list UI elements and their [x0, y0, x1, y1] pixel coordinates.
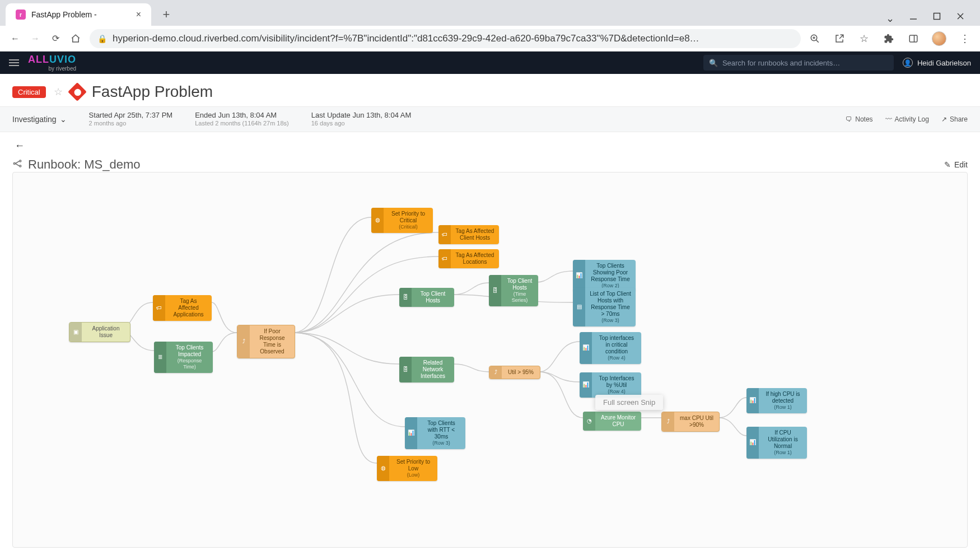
node-if-poor-response[interactable]: ⤴ If Poor Response Time is Observed [237, 325, 295, 358]
svg-point-3 [13, 163, 15, 165]
svg-point-4 [20, 160, 21, 162]
address-bar[interactable]: 🔒 hyperion-demo.cloud.riverbed.com/visib… [90, 29, 801, 48]
updated-block: Last Update Jun 13th, 8:04 AM 16 days ag… [311, 111, 412, 128]
table-icon: ▤ [573, 288, 585, 326]
node-util-gt-95[interactable]: ⤴ Util > 95% [489, 366, 540, 379]
tab-favicon: r [16, 10, 26, 20]
chart-icon: 📊 [405, 417, 417, 449]
activity-log-button[interactable]: 〰Activity Log [885, 115, 929, 123]
chevron-down-icon: ⌄ [60, 115, 67, 124]
node-tag-affected-hosts[interactable]: 🏷 Tag As Affected Client Hosts [438, 225, 499, 244]
user-menu[interactable]: 👤 Heidi Gabrielson [903, 58, 971, 68]
new-tab-button[interactable]: + [157, 5, 176, 24]
incident-header: Critical ☆ ⬤ FastApp Problem [0, 74, 980, 106]
nav-reload-icon[interactable]: ⟳ [49, 32, 62, 45]
favorite-star-icon[interactable]: ☆ [54, 86, 63, 98]
browser-tab-strip: r FastApp Problem - × + ⌄ [0, 0, 980, 26]
chart-icon: 📊 [746, 427, 759, 459]
chart-icon: 📊 [580, 332, 592, 364]
lock-icon: 🔒 [97, 34, 107, 43]
tabs-caret-icon[interactable]: ⌄ [886, 12, 894, 20]
nav-forward-icon: → [29, 32, 41, 45]
bookmark-icon[interactable]: ☆ [858, 32, 870, 45]
zoom-icon[interactable] [809, 32, 821, 45]
share-button[interactable]: ↗Share [941, 115, 968, 123]
pencil-icon: ✎ [944, 160, 951, 169]
tag-icon: 🏷 [438, 249, 451, 268]
app-topbar: ALLUVIO by riverbed 🔍 Search for runbook… [0, 52, 980, 74]
azure-icon: ◔ [583, 412, 595, 431]
window-controls: ⌄ [876, 12, 974, 26]
priority-icon: ◍ [371, 208, 384, 233]
node-if-cpu-normal[interactable]: 📊 If CPU Utilization is Normal(Row 1) [746, 427, 807, 459]
nav-home-icon[interactable] [69, 32, 82, 45]
svg-rect-2 [909, 35, 917, 42]
browser-toolbar: ← → ⟳ 🔒 hyperion-demo.cloud.riverbed.com… [0, 26, 980, 52]
priority-icon: ◍ [377, 456, 389, 481]
node-top-clients-poor-rt[interactable]: 📊 Top Clients Showing Poor Response Time… [573, 260, 636, 292]
start-icon: ▣ [69, 323, 82, 342]
user-icon: 👤 [903, 58, 913, 68]
window-close-icon[interactable] [956, 12, 964, 20]
svg-point-5 [20, 165, 21, 167]
node-top-clients-impacted[interactable]: ≣ Top Clients Impacted(Response Time) [154, 342, 213, 373]
browser-tab[interactable]: r FastApp Problem - × [6, 3, 151, 26]
svg-rect-0 [934, 13, 940, 20]
menu-icon[interactable] [9, 59, 19, 66]
node-max-cpu-gt-90[interactable]: ⤴ max CPU Util >90% [661, 412, 720, 432]
node-tag-affected-locations[interactable]: 🏷 Tag As Affected Locations [438, 249, 499, 268]
chart-icon: 📊 [580, 372, 592, 398]
node-tag-affected-apps[interactable]: 🏷 Tag As Affected Applications [153, 295, 212, 321]
ended-block: Ended Jun 13th, 8:04 AM Lasted 2 months … [195, 111, 289, 128]
share-icon: ↗ [941, 115, 947, 123]
db-icon: 🗄 [399, 357, 412, 382]
started-block: Started Apr 25th, 7:37 PM 2 months ago [89, 111, 173, 128]
runbook-back-icon[interactable]: ← [15, 140, 25, 152]
runbook-title: Runbook: MS_demo [28, 157, 141, 172]
tag-icon: 🏷 [438, 225, 451, 244]
node-list-top-hosts-rt[interactable]: ▤ List of Top Client Hosts with Response… [573, 288, 636, 326]
extensions-icon[interactable] [883, 32, 895, 45]
node-set-priority-critical[interactable]: ◍ Set Priority to Critical(Critical) [371, 208, 433, 233]
window-minimize-icon[interactable] [909, 12, 917, 20]
profile-avatar-icon[interactable] [932, 31, 946, 46]
db-icon: 🗄 [399, 288, 412, 307]
node-top-interfaces-critical[interactable]: 📊 Top interfaces in critical condition(R… [580, 332, 641, 364]
sidepanel-icon[interactable] [907, 32, 920, 45]
global-search-input[interactable]: 🔍 Search for runbooks and incidents… [703, 55, 894, 71]
notes-button[interactable]: 🗨Notes [846, 115, 872, 123]
runbook-canvas[interactable]: ▣ Application Issue 🏷 Tag As Affected Ap… [12, 172, 968, 548]
node-top-interfaces-util[interactable]: 📊 Top Interfaces by %Util(Row 4) [580, 372, 641, 398]
node-related-network-interfaces[interactable]: 🗄 Related Network Interfaces [399, 357, 454, 382]
branch-icon: ⤴ [489, 366, 502, 379]
runbook-edit-button[interactable]: ✎ Edit [944, 160, 968, 169]
notes-icon: 🗨 [846, 115, 852, 123]
node-if-high-cpu-detected[interactable]: 📊 If high CPU is detected(Row 1) [746, 388, 807, 413]
snip-tooltip: Full screen Snip [595, 395, 663, 410]
url-text: hyperion-demo.cloud.riverbed.com/visibil… [113, 33, 699, 44]
window-maximize-icon[interactable] [933, 12, 941, 20]
runbook-graph-icon [12, 158, 22, 171]
chrome-menu-icon[interactable]: ⋮ [959, 32, 971, 45]
node-set-priority-low[interactable]: ◍ Set Priority to Low(Low) [377, 456, 437, 481]
chart-icon: 📊 [573, 260, 585, 292]
share-url-icon[interactable] [833, 32, 846, 45]
brand-logo[interactable]: ALLUVIO by riverbed [28, 54, 76, 72]
tab-close-icon[interactable]: × [136, 10, 141, 20]
chart-icon: 📊 [746, 388, 759, 413]
search-placeholder: Search for runbooks and incidents… [722, 59, 840, 67]
activity-icon: 〰 [885, 115, 892, 123]
tag-icon: 🏷 [153, 295, 165, 321]
node-application-issue[interactable]: ▣ Application Issue [69, 322, 130, 342]
db-icon: ≣ [154, 342, 166, 373]
node-azure-monitor-cpu[interactable]: ◔ Azure Monitor CPU [583, 412, 641, 431]
node-top-clients-rtt[interactable]: 📊 Top Clients with RTT < 30ms(Row 3) [405, 417, 465, 449]
node-top-client-hosts[interactable]: 🗄 Top Client Hosts [399, 288, 454, 307]
incident-type-icon: ⬤ [68, 82, 87, 101]
branch-icon: ⤴ [237, 325, 250, 358]
nav-back-icon[interactable]: ← [9, 32, 21, 45]
incident-meta-bar: Investigating ⌄ Started Apr 25th, 7:37 P… [0, 106, 980, 132]
status-dropdown[interactable]: Investigating ⌄ [12, 115, 67, 124]
node-top-client-hosts-ts[interactable]: 🗄 Top Client Hosts(Time Series) [489, 275, 538, 306]
db-icon: 🗄 [489, 275, 501, 306]
